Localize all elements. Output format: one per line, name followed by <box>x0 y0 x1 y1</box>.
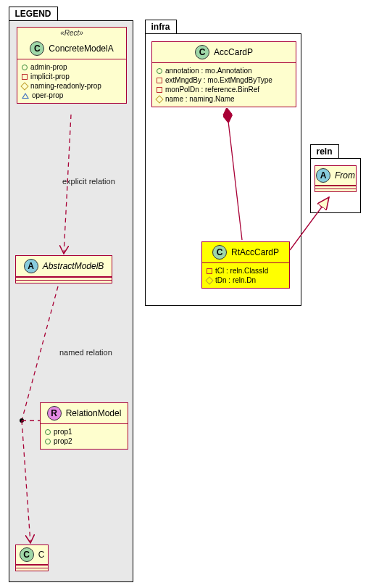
class-rt-acc-card-p: C RtAccCardP tCl : reln.ClassId tDn : re… <box>201 241 290 289</box>
class-name: RtAccCardP <box>231 247 279 257</box>
class-body: tCl : reln.ClassId tDn : reln.Dn <box>202 263 289 288</box>
prop-row: tCl : reln.ClassId <box>207 266 285 276</box>
package-infra-tab: infra <box>145 20 177 33</box>
package-reln-label: reln <box>317 146 333 157</box>
class-acc-card-p: C AccCardP annotation : mo.Annotation ex… <box>151 41 296 107</box>
package-legend-label: LEGEND <box>15 9 51 19</box>
prop-row: naming-readonly-prop <box>22 81 122 91</box>
class-abstract-model-b: A AbstractModelB <box>15 255 112 283</box>
class-relation-model: R RelationModel prop1 prop2 <box>40 402 128 450</box>
class-body: prop1 prop2 <box>41 424 128 449</box>
class-badge-c-icon: C <box>212 245 227 260</box>
class-title: R RelationModel <box>41 403 128 424</box>
circle-green-icon <box>22 65 28 70</box>
square-red-icon <box>157 78 162 83</box>
class-name: From <box>335 170 355 181</box>
triangle-blue-icon <box>22 93 29 99</box>
class-title: C ConcreteModelA <box>17 38 126 59</box>
class-title: C RtAccCardP <box>202 242 289 263</box>
class-title: A From <box>315 166 356 186</box>
prop-row: extMngdBy : mo.ExtMngdByType <box>157 75 291 85</box>
class-from: A From <box>315 165 357 192</box>
class-badge-c-icon: C <box>195 45 209 59</box>
class-title: C AccCardP <box>152 42 296 63</box>
class-badge-r-icon: R <box>47 406 62 421</box>
circle-green-icon <box>45 439 51 444</box>
class-body: admin-prop implicit-prop naming-readonly… <box>17 59 126 103</box>
square-red-icon <box>157 87 162 93</box>
class-name: RelationModel <box>66 408 122 418</box>
class-concrete-model-a: «Rect» C ConcreteModelA admin-prop impli… <box>17 27 127 104</box>
prop-row: name : naming.Name <box>157 94 291 104</box>
prop-row: monPolDn : reference.BinRef <box>157 85 291 94</box>
diamond-yellow-icon <box>20 82 28 90</box>
diamond-yellow-icon <box>155 95 163 103</box>
prop-row: prop2 <box>45 436 123 446</box>
circle-green-icon <box>157 68 162 74</box>
edge-label-named: named relation <box>59 348 112 357</box>
class-badge-a-icon: A <box>316 168 330 183</box>
package-legend-tab: LEGEND <box>9 7 58 20</box>
class-name: AbstractModelB <box>43 261 104 271</box>
class-title: A AbstractModelB <box>16 256 112 277</box>
edge-label-explicit: explicit relation <box>62 177 115 186</box>
class-badge-a-icon: A <box>24 259 38 273</box>
class-name: C <box>38 550 45 560</box>
class-c: C C <box>15 544 49 571</box>
prop-row: annotation : mo.Annotation <box>157 66 291 75</box>
stereotype: «Rect» <box>17 28 126 38</box>
class-name: AccCardP <box>214 47 253 57</box>
class-badge-c-icon: C <box>20 547 34 562</box>
divider <box>16 280 112 283</box>
class-badge-c-icon: C <box>30 41 44 56</box>
divider <box>315 189 356 191</box>
class-title: C C <box>16 545 48 565</box>
circle-green-icon <box>45 429 51 435</box>
square-red-icon <box>207 268 212 274</box>
prop-row: oper-prop <box>22 91 122 100</box>
package-infra-label: infra <box>151 22 170 32</box>
package-legend: LEGEND <box>9 20 133 582</box>
prop-row: tDn : reln.Dn <box>207 276 285 285</box>
prop-row: implicit-prop <box>22 72 122 81</box>
square-red-icon <box>22 74 28 80</box>
package-reln-tab: reln <box>310 144 339 158</box>
prop-row: admin-prop <box>22 62 122 72</box>
diamond-yellow-icon <box>205 276 213 284</box>
class-body: annotation : mo.Annotation extMngdBy : m… <box>152 63 296 107</box>
class-name: ConcreteModelA <box>49 44 113 54</box>
prop-row: prop1 <box>45 427 123 436</box>
divider <box>16 568 48 571</box>
